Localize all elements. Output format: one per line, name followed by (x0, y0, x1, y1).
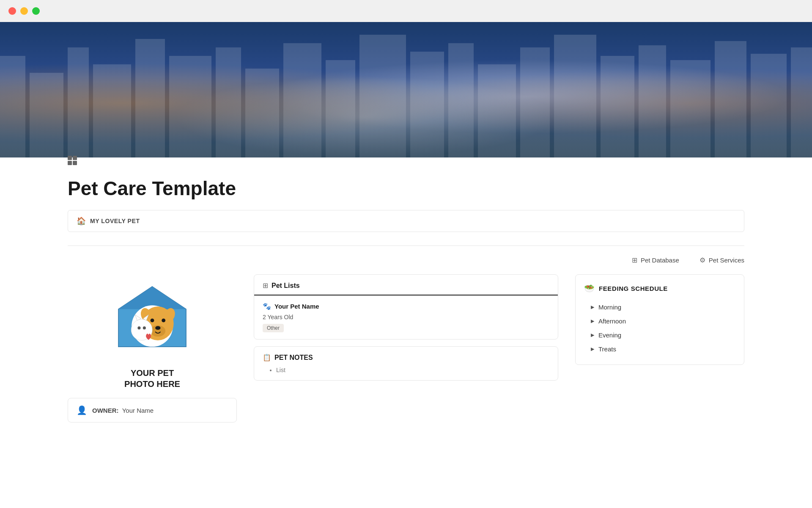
svg-rect-1 (30, 73, 63, 157)
pet-notes-body: List (254, 367, 558, 380)
svg-rect-5 (169, 56, 211, 157)
hero-banner (0, 22, 812, 157)
feeding-icon: 🥗 (584, 283, 595, 293)
svg-rect-11 (410, 52, 444, 157)
right-column: 🥗 FEEDING SCHEDULE ▶ Morning ▶ Afternoon… (575, 274, 744, 365)
svg-rect-0 (0, 56, 25, 157)
feeding-morning[interactable]: ▶ Morning (584, 300, 735, 314)
svg-point-29 (162, 318, 165, 322)
pet-photo-container (110, 274, 195, 359)
svg-point-35 (137, 326, 140, 329)
top-links-row: ⊞ Pet Database ⚙ Pet Services (68, 256, 744, 264)
pet-photo-label: YOUR PET PHOTO HERE (124, 367, 180, 389)
notes-list-item: List (276, 367, 549, 373)
svg-point-27 (155, 326, 160, 330)
svg-point-28 (151, 318, 154, 322)
main-content: Pet Care Template 🏠 MY LOVELY PET ⊞ Pet … (0, 177, 812, 422)
svg-rect-13 (478, 64, 516, 157)
owner-name: Your Name (122, 407, 154, 414)
nav-bar[interactable]: 🏠 MY LOVELY PET (68, 210, 744, 232)
svg-rect-2 (68, 47, 89, 157)
svg-rect-12 (448, 43, 474, 157)
pet-item-age: 2 Years Old (263, 314, 549, 320)
page-icon (68, 156, 77, 165)
svg-rect-6 (216, 47, 241, 157)
feeding-title: FEEDING SCHEDULE (599, 285, 668, 292)
svg-rect-15 (554, 35, 596, 157)
label-line1: YOUR PET (131, 368, 174, 378)
pet-notes-header: 📋 PET NOTES (254, 347, 558, 367)
arrow-icon-afternoon: ▶ (591, 318, 594, 324)
pet-lists-icon: ⊞ (263, 282, 268, 290)
arrow-icon-evening: ▶ (591, 332, 594, 338)
pet-tag: Other (263, 324, 284, 332)
pet-item-icon: 🐾 (263, 302, 271, 310)
svg-rect-18 (670, 60, 710, 157)
pet-lists-header: ⊞ Pet Lists (254, 275, 558, 295)
svg-rect-20 (751, 54, 787, 157)
owner-card[interactable]: 👤 OWNER: Your Name (68, 398, 237, 422)
page-title: Pet Care Template (68, 177, 744, 200)
feeding-schedule-card: 🥗 FEEDING SCHEDULE ▶ Morning ▶ Afternoon… (575, 274, 744, 365)
feeding-afternoon[interactable]: ▶ Afternoon (584, 314, 735, 328)
svg-rect-7 (245, 69, 279, 157)
svg-rect-4 (135, 39, 165, 157)
pet-house-svg (114, 283, 190, 351)
owner-text: OWNER: Your Name (92, 407, 154, 414)
pet-database-label: Pet Database (641, 257, 679, 264)
label-line2: PHOTO HERE (124, 379, 180, 389)
svg-rect-10 (359, 35, 406, 157)
arrow-icon-morning: ▶ (591, 304, 594, 310)
pet-lists-card: ⊞ Pet Lists 🐾 Your Pet Name 2 Years Old … (254, 274, 558, 340)
notes-icon: 📋 (263, 353, 271, 362)
three-col-layout: YOUR PET PHOTO HERE 👤 OWNER: Your Name ⊞… (68, 274, 744, 422)
owner-label: OWNER: (92, 407, 119, 414)
feeding-header: 🥗 FEEDING SCHEDULE (584, 283, 735, 293)
feeding-morning-label: Morning (598, 304, 621, 311)
section-divider (68, 246, 744, 246)
pet-list-item[interactable]: 🐾 Your Pet Name 2 Years Old Other (254, 295, 558, 339)
maximize-button[interactable] (32, 7, 40, 15)
pet-notes-card: 📋 PET NOTES List (254, 346, 558, 381)
home-icon: 🏠 (77, 216, 86, 226)
window-chrome (0, 0, 812, 22)
svg-rect-8 (283, 43, 321, 157)
svg-rect-17 (639, 45, 666, 157)
svg-rect-19 (715, 41, 746, 157)
svg-rect-14 (520, 47, 550, 157)
feeding-treats-label: Treats (598, 345, 616, 353)
services-icon: ⚙ (700, 256, 705, 264)
svg-rect-9 (326, 60, 355, 157)
pet-item-header: 🐾 Your Pet Name (263, 302, 549, 310)
svg-rect-16 (601, 56, 634, 157)
pet-services-link[interactable]: ⚙ Pet Services (700, 256, 744, 264)
feeding-treats[interactable]: ▶ Treats (584, 342, 735, 356)
page-icon-area (0, 149, 812, 165)
svg-rect-21 (791, 47, 812, 157)
svg-point-36 (143, 326, 146, 329)
pet-notes-title: PET NOTES (274, 354, 313, 362)
close-button[interactable] (8, 7, 16, 15)
feeding-afternoon-label: Afternoon (598, 318, 626, 325)
feeding-evening-label: Evening (598, 331, 621, 339)
database-icon: ⊞ (632, 256, 637, 264)
svg-rect-3 (93, 64, 131, 157)
pet-services-label: Pet Services (709, 257, 744, 264)
owner-icon: 👤 (77, 405, 87, 415)
middle-column: ⊞ Pet Lists 🐾 Your Pet Name 2 Years Old … (254, 274, 558, 381)
pet-lists-title: Pet Lists (272, 282, 300, 290)
minimize-button[interactable] (20, 7, 28, 15)
arrow-icon-treats: ▶ (591, 346, 594, 352)
nav-breadcrumb: MY LOVELY PET (90, 218, 140, 224)
left-column: YOUR PET PHOTO HERE 👤 OWNER: Your Name (68, 274, 237, 422)
feeding-evening[interactable]: ▶ Evening (584, 328, 735, 342)
pet-item-name: Your Pet Name (274, 303, 319, 310)
pet-database-link[interactable]: ⊞ Pet Database (632, 256, 679, 264)
